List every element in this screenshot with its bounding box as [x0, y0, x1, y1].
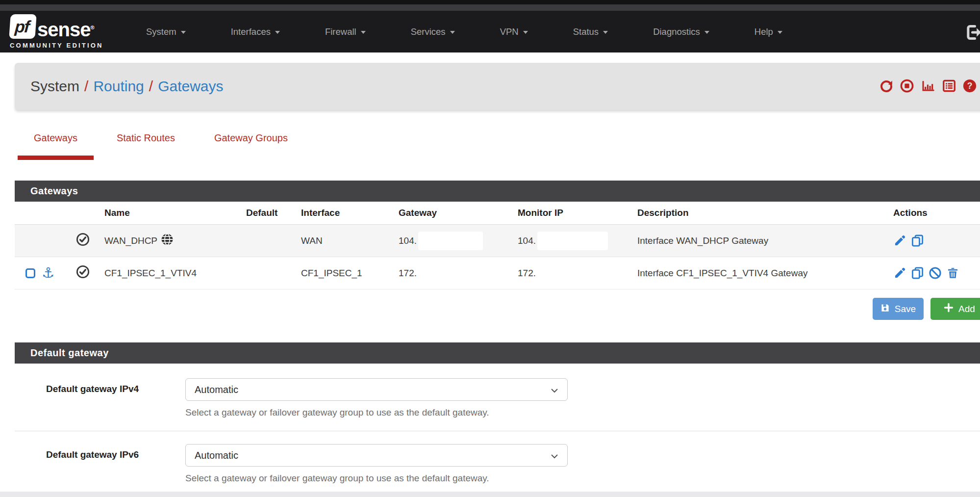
pfsense-logo[interactable]: pf sense® COMMUNITY EDITION [10, 14, 108, 49]
community-edition-label: COMMUNITY EDITION [10, 42, 108, 49]
window-title-strip [0, 4, 980, 11]
gateway-interface: WAN [301, 235, 399, 246]
gateway-name: CF1_IPSEC_1_VTIV4 [104, 268, 197, 279]
default-gateway-ipv4-select[interactable]: Automatic [185, 378, 568, 401]
default-gateway-ipv4-group: Default gateway IPv4 Automatic Select a … [15, 378, 980, 431]
breadcrumb-separator: / [84, 78, 88, 94]
gateways-table-header: Name Default Interface Gateway Monitor I… [15, 202, 980, 225]
tab-static-routes[interactable]: Static Routes [101, 132, 191, 160]
table-row-cf1-ipsec: ⚓ CF1_IPSEC_1_VTIV4 CF1_IPSEC_1 172. 172… [15, 257, 980, 289]
chevron-down-icon [181, 31, 186, 34]
save-icon [880, 303, 890, 315]
monitor-ip: 104. [518, 235, 536, 246]
log-list-icon[interactable] [942, 78, 956, 93]
menu-interfaces[interactable]: Interfaces [231, 26, 280, 37]
refresh-icon[interactable] [879, 78, 894, 93]
svg-text:?: ? [967, 81, 973, 91]
table-row-wan-dhcp: WAN_DHCP WAN 104. 104. Interface WAN_DHC… [15, 225, 980, 257]
stop-icon[interactable] [900, 78, 914, 93]
gateway-description: Interface WAN_DHCP Gateway [637, 235, 893, 246]
chevron-down-icon [778, 31, 782, 34]
page-background-strip [0, 492, 980, 497]
copy-icon[interactable] [911, 266, 924, 280]
menu-system[interactable]: System [146, 26, 186, 37]
copy-icon[interactable] [911, 234, 924, 247]
navbar: pf sense® COMMUNITY EDITION System Inter… [0, 11, 980, 52]
breadcrumb-separator: / [149, 78, 153, 94]
menu-vpn[interactable]: VPN [500, 26, 528, 37]
edit-icon[interactable] [893, 234, 906, 247]
main-menu: System Interfaces Firewall Services VPN … [146, 26, 782, 37]
menu-services[interactable]: Services [411, 26, 455, 37]
monitor-ip: 172. [518, 268, 536, 279]
col-name: Name [104, 208, 246, 218]
default-gateway-panel-title: Default gateway [15, 342, 980, 364]
sense-logo-text: sense® [37, 20, 94, 39]
default-gateway-ipv4-label: Default gateway IPv4 [15, 378, 185, 418]
redaction-box [418, 232, 483, 250]
default-gateway-ipv6-select[interactable]: Automatic [185, 444, 568, 467]
gateway-name: WAN_DHCP [104, 235, 157, 246]
tab-gateway-groups[interactable]: Gateway Groups [198, 132, 304, 160]
chevron-down-icon [450, 31, 455, 34]
gateway-description: Interface CF1_IPSEC_1_VTIV4 Gateway [637, 268, 893, 279]
default-gateway-ipv6-help: Select a gateway or failover gateway gro… [185, 473, 568, 484]
default-gateway-ipv6-label: Default gateway IPv6 [15, 444, 185, 484]
col-description: Description [637, 208, 893, 218]
gateway-online-icon [76, 233, 90, 249]
bar-chart-icon[interactable] [920, 78, 936, 93]
add-button[interactable]: Add [930, 298, 980, 320]
chevron-down-icon [275, 31, 280, 34]
default-gateway-panel: Default gateway Default gateway IPv4 Aut… [15, 342, 980, 497]
chevron-down-icon [523, 31, 528, 34]
page-action-icons: ? [879, 78, 977, 93]
pf-logo-box: pf [9, 14, 36, 39]
col-gateway: Gateway [399, 208, 518, 218]
save-button[interactable]: Save [873, 298, 924, 320]
breadcrumb-gateways-link[interactable]: Gateways [158, 78, 223, 94]
breadcrumb-bar: System/Routing/Gateways ? [15, 63, 980, 110]
square-icon[interactable] [25, 268, 35, 278]
menu-help[interactable]: Help [754, 26, 782, 37]
default-gateway-ipv4-help: Select a gateway or failover gateway gro… [185, 407, 568, 418]
sign-out-icon[interactable] [964, 23, 980, 44]
gateway-online-icon [76, 265, 90, 281]
table-button-row: Save Add [0, 298, 980, 320]
chevron-down-icon [704, 31, 709, 34]
anchor-icon: ⚓ [42, 266, 54, 280]
routing-tabs: Gateways Static Routes Gateway Groups [18, 132, 980, 160]
delete-icon[interactable] [946, 266, 959, 280]
col-monitor-ip: Monitor IP [518, 208, 637, 218]
chevron-down-icon [603, 31, 608, 34]
globe-icon [161, 233, 174, 248]
help-icon[interactable]: ? [962, 78, 977, 93]
tab-gateways[interactable]: Gateways [18, 132, 94, 160]
plus-icon [944, 303, 954, 315]
col-default: Default [246, 208, 301, 218]
pf-logo-text: pf [14, 17, 31, 36]
window-top-strip [0, 0, 980, 4]
breadcrumb: System/Routing/Gateways [30, 78, 224, 95]
gateways-panel: Gateways Name Default Interface Gateway … [15, 181, 980, 289]
gateway-interface: CF1_IPSEC_1 [301, 268, 399, 279]
gateway-address: 104. [399, 235, 417, 246]
menu-firewall[interactable]: Firewall [325, 26, 366, 37]
default-gateway-ipv6-group: Default gateway IPv6 Automatic Select a … [15, 431, 980, 497]
menu-status[interactable]: Status [573, 26, 608, 37]
chevron-down-icon [361, 31, 366, 34]
breadcrumb-system: System [30, 78, 79, 94]
disable-icon[interactable] [929, 266, 942, 280]
col-actions: Actions [893, 208, 980, 218]
registered-mark: ® [90, 25, 94, 30]
gateway-address: 172. [399, 268, 417, 279]
chevron-down-icon [551, 450, 558, 461]
menu-diagnostics[interactable]: Diagnostics [653, 26, 709, 37]
col-interface: Interface [301, 208, 399, 218]
breadcrumb-routing-link[interactable]: Routing [93, 78, 144, 94]
redaction-box [537, 232, 608, 250]
chevron-down-icon [551, 384, 558, 395]
gateways-panel-title: Gateways [15, 181, 980, 202]
edit-icon[interactable] [893, 266, 906, 280]
